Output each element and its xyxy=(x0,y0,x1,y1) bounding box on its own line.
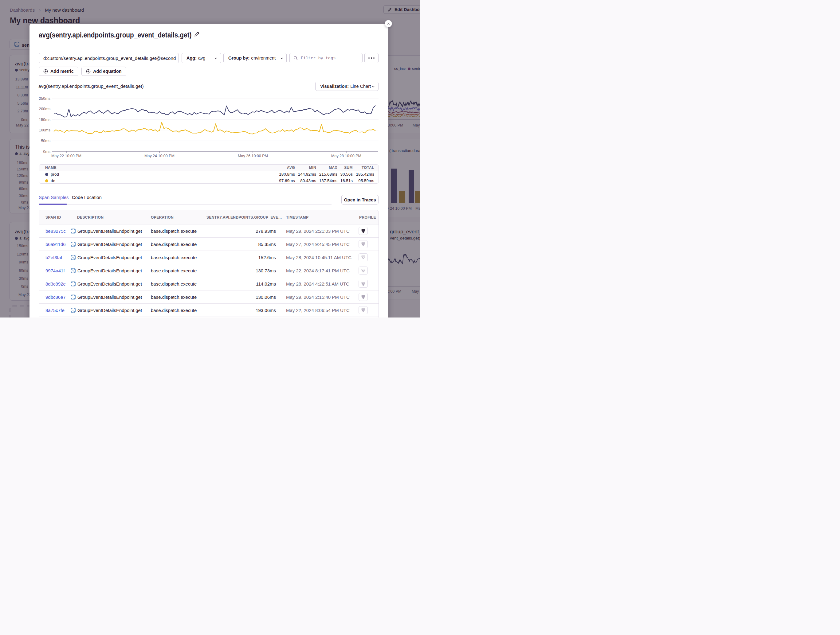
svg-text:250ms: 250ms xyxy=(39,96,51,101)
svg-text:0ms: 0ms xyxy=(43,150,51,154)
svg-text:50ms: 50ms xyxy=(41,139,51,143)
svg-text:100ms: 100ms xyxy=(39,128,51,132)
svg-text:May 24 10:00 PM: May 24 10:00 PM xyxy=(144,154,175,158)
svg-text:200ms: 200ms xyxy=(39,107,51,111)
svg-text:May 22 10:00 PM: May 22 10:00 PM xyxy=(51,154,81,158)
svg-text:May 28 10:00 PM: May 28 10:00 PM xyxy=(331,154,361,158)
svg-text:May 26 10:00 PM: May 26 10:00 PM xyxy=(238,154,268,158)
svg-text:150ms: 150ms xyxy=(39,118,51,122)
